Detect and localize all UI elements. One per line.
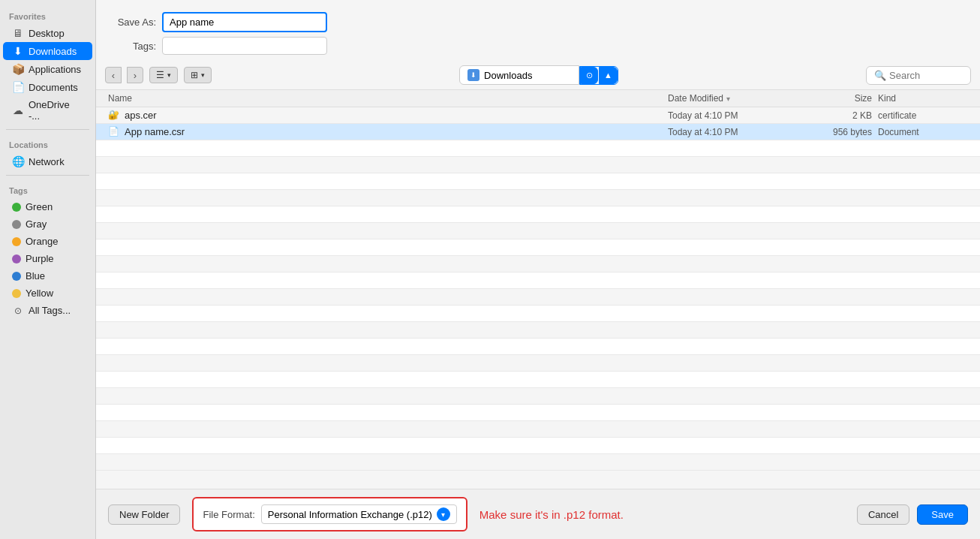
tags-label: Tags: — [111, 41, 156, 52]
sidebar-item-desktop[interactable]: 🖥 Desktop — [3, 24, 92, 42]
expand-icon: ▲ — [604, 71, 612, 80]
divider-tags — [6, 175, 89, 176]
search-box: 🔍 — [866, 66, 971, 85]
yellow-dot — [12, 289, 21, 298]
sidebar-item-label: Downloads — [29, 46, 77, 57]
empty-row — [96, 339, 980, 355]
sidebar-item-label: Network — [29, 156, 65, 167]
empty-row — [96, 157, 980, 173]
search-input[interactable] — [889, 70, 963, 81]
grid-view-button[interactable]: ⊞ ▾ — [184, 67, 212, 83]
sidebar-tag-purple[interactable]: Purple — [3, 250, 92, 267]
file-kind: Document — [878, 127, 968, 137]
location-dropdown-arrow[interactable]: ⊙ — [581, 67, 598, 84]
documents-icon: 📄 — [12, 81, 24, 93]
format-chevron-icon: ▾ — [437, 507, 450, 521]
tags-row: Tags: — [111, 37, 965, 55]
sidebar-item-applications[interactable]: 📦 Applications — [3, 60, 92, 78]
bottom-bar: New Folder File Format: Personal Informa… — [96, 489, 980, 539]
file-row[interactable]: 🔐 aps.cer Today at 4:10 PM 2 KB certific… — [96, 107, 980, 124]
location-name: Downloads — [484, 70, 532, 81]
cancel-button[interactable]: Cancel — [857, 504, 909, 525]
empty-row — [96, 421, 980, 438]
sort-arrow-icon: ▾ — [726, 95, 730, 103]
empty-row — [96, 206, 980, 223]
list-view-button[interactable]: ☰ ▾ — [149, 67, 178, 83]
sidebar-tag-yellow[interactable]: Yellow — [3, 285, 92, 302]
col-size-header[interactable]: Size — [803, 93, 878, 104]
bottom-actions: Cancel Save — [857, 504, 968, 525]
empty-row — [96, 273, 980, 289]
sidebar-tag-gray[interactable]: Gray — [3, 215, 92, 233]
file-format-select[interactable]: Personal Information Exchange (.p12) ▾ — [261, 504, 457, 524]
top-form: Save As: Tags: — [96, 0, 980, 61]
network-icon: 🌐 — [12, 155, 24, 167]
empty-row — [96, 140, 980, 157]
new-folder-button[interactable]: New Folder — [108, 504, 180, 525]
sidebar-item-network[interactable]: 🌐 Network — [3, 152, 92, 170]
empty-row — [96, 223, 980, 239]
tag-label: Blue — [26, 270, 45, 282]
tags-label: Tags — [0, 180, 95, 198]
all-tags-icon: ⊙ — [12, 306, 24, 316]
tag-label: Green — [26, 201, 53, 212]
onedrive-icon: ☁ — [12, 104, 24, 116]
empty-row — [96, 306, 980, 322]
empty-row — [96, 372, 980, 388]
sidebar-item-label: Desktop — [29, 28, 65, 39]
tag-label: Yellow — [26, 288, 53, 299]
col-kind-header[interactable]: Kind — [878, 93, 968, 104]
toolbar: ‹ › ☰ ▾ ⊞ ▾ ⬇ Downloads ⊙ — [96, 61, 980, 90]
file-kind: certificate — [878, 110, 968, 121]
forward-button[interactable]: › — [127, 67, 143, 83]
sidebar-tag-blue[interactable]: Blue — [3, 267, 92, 285]
file-date: Today at 4:10 PM — [668, 127, 803, 137]
divider-locations — [6, 129, 89, 130]
dropdown-chevron-icon: ⊙ — [586, 71, 593, 80]
sidebar-item-documents[interactable]: 📄 Documents — [3, 78, 92, 96]
annotation-text: Make sure it's in .p12 format. — [479, 508, 624, 521]
locations-label: Locations — [0, 134, 95, 152]
sidebar-item-downloads[interactable]: ⬇ Downloads — [3, 42, 92, 60]
tag-label: Orange — [26, 236, 58, 247]
list-chevron: ▾ — [167, 71, 171, 79]
save-button[interactable]: Save — [917, 504, 968, 525]
empty-row — [96, 438, 980, 454]
col-date-header[interactable]: Date Modified ▾ — [668, 93, 803, 104]
save-as-row: Save As: — [111, 12, 965, 32]
empty-row — [96, 322, 980, 339]
file-list: 🔐 aps.cer Today at 4:10 PM 2 KB certific… — [96, 107, 980, 489]
empty-row — [96, 355, 980, 372]
location-dropdown[interactable]: ⬇ Downloads — [459, 65, 579, 85]
downloads-icon: ⬇ — [12, 45, 24, 57]
grid-chevron: ▾ — [201, 71, 205, 79]
sidebar-tag-orange[interactable]: Orange — [3, 233, 92, 250]
main-content: Save As: Tags: ‹ › ☰ ▾ ⊞ ▾ ⬇ — [96, 0, 980, 539]
purple-dot — [12, 254, 21, 263]
back-button[interactable]: ‹ — [105, 67, 122, 83]
file-icon-aps: 🔐 — [108, 110, 120, 122]
file-list-header: Name Date Modified ▾ Size Kind — [96, 90, 980, 107]
blue-dot — [12, 272, 21, 281]
desktop-icon: 🖥 — [12, 27, 24, 39]
save-as-label: Save As: — [111, 17, 156, 28]
file-format-box: File Format: Personal Information Exchan… — [192, 497, 467, 531]
sidebar-tag-green[interactable]: Green — [3, 198, 92, 215]
tags-input[interactable] — [162, 37, 327, 55]
file-icon-csr: 📄 — [108, 126, 120, 138]
save-as-input[interactable] — [162, 12, 327, 32]
col-name-header[interactable]: Name — [108, 93, 668, 104]
sidebar-all-tags[interactable]: ⊙ All Tags... — [3, 302, 92, 319]
sidebar-item-onedrive[interactable]: ☁ OneDrive -... — [3, 96, 92, 125]
empty-row — [96, 454, 980, 471]
empty-row — [96, 289, 980, 306]
file-size: 2 KB — [803, 110, 878, 121]
location-expand-button[interactable]: ▲ — [599, 67, 618, 84]
sidebar-item-label: Documents — [29, 82, 78, 93]
empty-row — [96, 239, 980, 256]
empty-row — [96, 388, 980, 405]
file-size: 956 bytes — [803, 127, 878, 137]
tag-label: Purple — [26, 253, 54, 264]
applications-icon: 📦 — [12, 63, 24, 75]
file-row[interactable]: 📄 App name.csr Today at 4:10 PM 956 byte… — [96, 124, 980, 140]
